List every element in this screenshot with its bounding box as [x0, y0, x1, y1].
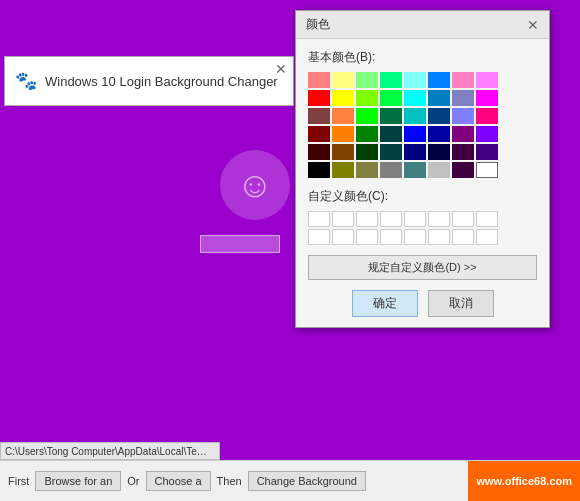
- basic-color-cell[interactable]: [332, 108, 354, 124]
- basic-color-cell[interactable]: [380, 162, 402, 178]
- path-text: C:\Users\Tong Computer\AppData\Local\Tem…: [5, 446, 215, 457]
- basic-color-cell[interactable]: [428, 108, 450, 124]
- basic-color-cell[interactable]: [452, 108, 474, 124]
- basic-color-cell[interactable]: [428, 126, 450, 142]
- basic-color-cell[interactable]: [476, 144, 498, 160]
- basic-color-cell[interactable]: [308, 108, 330, 124]
- basic-color-cell[interactable]: [308, 144, 330, 160]
- custom-color-cell[interactable]: [380, 211, 402, 227]
- window-close-button[interactable]: ✕: [275, 61, 287, 77]
- basic-color-cell[interactable]: [356, 126, 378, 142]
- basic-color-cell[interactable]: [428, 90, 450, 106]
- or-label: Or: [125, 475, 141, 487]
- custom-color-cell[interactable]: [308, 229, 330, 245]
- basic-color-cell[interactable]: [308, 90, 330, 106]
- basic-color-cell[interactable]: [428, 144, 450, 160]
- basic-color-cell[interactable]: [380, 108, 402, 124]
- custom-color-cell[interactable]: [380, 229, 402, 245]
- user-icon: ☺: [237, 164, 274, 206]
- dialog-title-text: 颜色: [306, 16, 330, 33]
- path-bar: C:\Users\Tong Computer\AppData\Local\Tem…: [0, 442, 220, 460]
- basic-color-cell[interactable]: [452, 144, 474, 160]
- basic-color-cell[interactable]: [428, 162, 450, 178]
- choose-button[interactable]: Choose a: [146, 471, 211, 491]
- cancel-button[interactable]: 取消: [428, 290, 494, 317]
- basic-color-cell[interactable]: [404, 72, 426, 88]
- custom-color-cell[interactable]: [476, 229, 498, 245]
- dialog-close-button[interactable]: ✕: [527, 18, 539, 32]
- custom-color-cell[interactable]: [308, 211, 330, 227]
- basic-color-cell[interactable]: [452, 126, 474, 142]
- app-icon: 🐾: [15, 70, 37, 92]
- basic-color-cell[interactable]: [356, 162, 378, 178]
- change-background-button[interactable]: Change Background: [248, 471, 366, 491]
- basic-color-cell[interactable]: [332, 90, 354, 106]
- basic-color-cell[interactable]: [404, 162, 426, 178]
- background-input: [200, 235, 280, 253]
- basic-color-cell[interactable]: [332, 144, 354, 160]
- custom-colors-grid: [308, 211, 537, 245]
- basic-color-cell[interactable]: [404, 144, 426, 160]
- user-avatar: ☺: [220, 150, 290, 220]
- basic-color-cell[interactable]: [476, 126, 498, 142]
- basic-color-cell[interactable]: [428, 72, 450, 88]
- dialog-body: 基本颜色(B): 自定义颜色(C): 规定自定义颜色(D) >> 确定 取消: [296, 39, 549, 327]
- basic-color-cell[interactable]: [476, 90, 498, 106]
- bottom-bar: First Browse for an Or Choose a Then Cha…: [0, 460, 580, 501]
- browse-button[interactable]: Browse for an: [35, 471, 121, 491]
- basic-color-cell[interactable]: [380, 126, 402, 142]
- custom-color-cell[interactable]: [476, 211, 498, 227]
- basic-color-cell[interactable]: [356, 144, 378, 160]
- basic-color-cell[interactable]: [404, 90, 426, 106]
- basic-color-cell[interactable]: [404, 126, 426, 142]
- basic-color-cell[interactable]: [356, 72, 378, 88]
- custom-color-cell[interactable]: [356, 229, 378, 245]
- basic-color-cell[interactable]: [380, 90, 402, 106]
- custom-color-cell[interactable]: [332, 229, 354, 245]
- basic-color-cell[interactable]: [308, 126, 330, 142]
- then-label: Then: [215, 475, 244, 487]
- basic-color-cell[interactable]: [404, 108, 426, 124]
- basic-color-cell[interactable]: [332, 72, 354, 88]
- basic-colors-grid: [308, 72, 537, 178]
- basic-color-cell[interactable]: [332, 162, 354, 178]
- custom-color-cell[interactable]: [332, 211, 354, 227]
- app-title: Windows 10 Login Background Changer: [45, 74, 278, 89]
- ok-button[interactable]: 确定: [352, 290, 418, 317]
- custom-color-cell[interactable]: [428, 211, 450, 227]
- custom-color-cell[interactable]: [428, 229, 450, 245]
- custom-color-cell[interactable]: [452, 211, 474, 227]
- site-branding: www.office68.com: [468, 461, 580, 501]
- basic-color-cell[interactable]: [308, 162, 330, 178]
- basic-color-cell[interactable]: [380, 144, 402, 160]
- custom-color-cell[interactable]: [404, 229, 426, 245]
- basic-colors-label: 基本颜色(B):: [308, 49, 537, 66]
- custom-color-cell[interactable]: [356, 211, 378, 227]
- dialog-title-bar: 颜色 ✕: [296, 11, 549, 39]
- color-picker-dialog: 颜色 ✕ 基本颜色(B): 自定义颜色(C): 规定自定义颜色(D) >> 确定…: [295, 10, 550, 328]
- dialog-buttons: 确定 取消: [308, 290, 537, 317]
- custom-color-cell[interactable]: [452, 229, 474, 245]
- basic-color-cell[interactable]: [476, 72, 498, 88]
- first-label: First: [6, 475, 31, 487]
- basic-color-cell[interactable]: [308, 72, 330, 88]
- custom-color-cell[interactable]: [404, 211, 426, 227]
- basic-color-cell[interactable]: [332, 126, 354, 142]
- basic-color-cell[interactable]: [452, 72, 474, 88]
- site-label: www.office68.com: [476, 475, 572, 487]
- background-changer-window: 🐾 Windows 10 Login Background Changer ✕: [4, 56, 294, 106]
- basic-color-cell[interactable]: [356, 108, 378, 124]
- basic-color-cell[interactable]: [452, 90, 474, 106]
- basic-color-cell[interactable]: [476, 108, 498, 124]
- basic-color-cell[interactable]: [356, 90, 378, 106]
- basic-color-cell[interactable]: [380, 72, 402, 88]
- define-custom-colors-button[interactable]: 规定自定义颜色(D) >>: [308, 255, 537, 280]
- custom-colors-label: 自定义颜色(C):: [308, 188, 537, 205]
- basic-color-cell[interactable]: [452, 162, 474, 178]
- basic-color-cell[interactable]: [476, 162, 498, 178]
